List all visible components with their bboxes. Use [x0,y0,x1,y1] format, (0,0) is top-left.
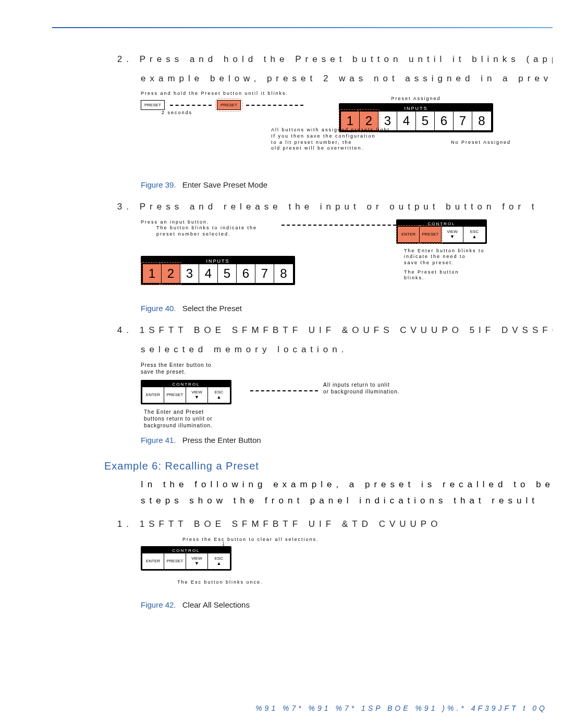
dashline-fig41 [250,390,318,391]
figure-39-diagram: Press and hold the Preset button until i… [141,91,553,174]
step-3-line1: Press and release the input or output bu… [140,202,538,212]
fig39-u3: to a lit preset number, the [271,140,352,146]
recall-intro-1: In the following example, a preset is re… [141,477,553,491]
input-4[interactable]: 4 [199,264,218,283]
esc-button[interactable]: ESC▲ [208,387,230,403]
recall-s1-num: 1. [52,517,133,531]
fig39-hold-text: Press and hold the Preset button until i… [141,91,303,97]
fig40-r3: save the preset. [404,260,524,266]
step-2-num: 2. [52,52,133,66]
input-7[interactable]: 7 [255,264,274,283]
figure-41-label: Figure 41. Press the Enter Button [141,436,553,445]
fig40-num: Figure 40. [141,304,176,313]
fig40-r1: The Enter button blinks to [404,248,524,254]
ctrl-label: CONTROL [142,381,230,387]
page-content: 2. Press and hold the Preset button unti… [52,52,553,620]
strip-label: INPUTS [341,105,491,112]
figure-41-diagram: Press the Enter button to save the prese… [141,362,553,429]
dashline-fig40 [282,225,396,226]
fig42-num: Figure 42. [141,600,176,609]
control-panel-fig41: CONTROL ENTER PRESET VIEW▼ ESC▲ [141,380,231,404]
input-2[interactable]: 2 [162,264,180,283]
fig41-t2: save the preset. [141,368,212,375]
step-2-line2: example below, preset 2 was not assigned… [141,71,553,85]
input-1[interactable]: 1 [143,264,162,283]
view-button[interactable]: VIEW▼ [186,387,208,403]
fig41-b3: background illumination. [144,422,264,429]
fig40-l2: The button blinks to indicate the [156,225,271,231]
fig39-u1: All buttons with assigned presets light. [271,127,511,133]
figure-40-diagram: Press an input button. The button blinks… [141,219,553,298]
figure-39-label: Figure 39. Enter Save Preset Mode [141,180,553,189]
strip-label-fig40: INPUTS [143,258,293,264]
ctrl-label: CONTROL [142,548,230,553]
control-panel-fig42: CONTROL ENTER PRESET VIEW▼ ESC▲ [141,546,231,571]
control-panel-fig40: CONTROL ENTER PRESET VIEW▼ ESC▲ [396,219,487,244]
fig41-bottom: The Enter and Preset buttons return to u… [144,409,264,429]
fig39-under-text: All buttons with assigned presets light.… [271,127,511,152]
recall-heading: Example 6: Recalling a Preset [104,460,553,472]
recall-s1-line1: 1SFTT BOE SFMFBTF UIF &TD CVUUPO [140,519,442,529]
fig40-l1: Press an input button. [141,219,271,226]
preset-button-initial[interactable]: PRESET [141,100,165,110]
fig39-u4: old preset will be overwritten. [271,145,511,152]
enter-button[interactable]: ENTER [142,387,164,403]
fig40-right: The Enter button blinks to indicate the … [404,248,524,281]
fig39-u2: If you then save the configuration [271,133,511,140]
input-6[interactable]: 6 [237,264,255,283]
preset-button[interactable]: PRESET [420,227,442,242]
recall-step-1: 1. 1SFTT BOE SFMFBTF UIF &TD CVUUPO [52,517,553,531]
fig39-cap: Enter Save Preset Mode [182,180,267,189]
input-8[interactable]: 8 [274,264,293,283]
fig40-cap: Select the Preset [182,304,242,313]
step-3: 3. Press and release the input or output… [52,200,553,214]
esc-button[interactable]: ESC▲ [208,553,230,569]
fig39-pa-label: Preset Assigned [339,96,493,102]
fig41-cap: Press the Enter Button [182,436,261,445]
fig40-r2: indicate the need to [404,254,524,260]
step-3-num: 3. [52,200,133,214]
input-3[interactable]: 3 [180,264,199,283]
ctrl-label: CONTROL [398,221,485,227]
dashline [170,105,212,106]
fig41-r2: or background illumination. [323,388,459,395]
fig39-nopa: No Preset Assigned [451,140,511,146]
view-button[interactable]: VIEW▼ [186,553,208,569]
esc-button[interactable]: ESC▲ [463,227,485,242]
step-2-line1: Press and hold the Preset button until i… [140,54,553,64]
header-rule [52,27,553,28]
dashline [246,105,303,106]
input-5[interactable]: 5 [218,264,237,283]
fig41-num: Figure 41. [141,436,176,445]
step-2: 2. Press and hold the Preset button unti… [52,52,553,66]
step-4-line1: 1SFTT BOE SFMFBTF UIF &OUFS CVUUPO 5IF D… [140,325,553,335]
fig41-b1: The Enter and Preset [144,409,264,415]
fig39-num: Figure 39. [141,180,176,189]
fig40-r4: The Preset button [404,269,524,276]
page-footer: %91 %7* %91 %7* 1SP BOE %91 )%.* 4F39JFT… [255,704,547,712]
fig40-left: Press an input button. The button blinks… [141,219,271,238]
fig42-cap: Clear All Selections [182,600,250,609]
preset-button-blink[interactable]: PRESET [217,100,241,110]
enter-button[interactable]: ENTER [142,553,164,569]
fig42-top: Press the Esc button to clear all select… [182,537,319,543]
fig41-t1: Press the Enter button to [141,362,212,368]
recall-intro-2: steps show the front panel indications t… [141,493,553,508]
fig41-right: All inputs return to unlit or background… [323,381,459,395]
step-4-line2: selected memory location. [141,342,553,356]
figure-40-label: Figure 40. Select the Preset [141,304,553,313]
preset-button[interactable]: PRESET [164,553,186,569]
fig42-bottom: The Esc button blinks once. [177,579,263,586]
step-4: 4. 1SFTT BOE SFMFBTF UIF &OUFS CVUUPO 5I… [52,323,553,337]
step-4-num: 4. [52,323,133,337]
figure-42-label: Figure 42. Clear All Selections [141,600,553,609]
fig40-r5: blinks. [404,275,524,281]
figure-42-diagram: Press the Esc button to clear all select… [141,537,553,594]
preset-button[interactable]: PRESET [164,387,186,403]
fig40-l3: preset number selected. [156,231,271,238]
fig41-top: Press the Enter button to save the prese… [141,362,212,375]
view-button[interactable]: VIEW▼ [442,227,463,242]
input-strip-fig40: INPUTS 1 2 3 4 5 6 7 8 [141,256,295,285]
fig41-r1: All inputs return to unlit [323,381,459,388]
enter-button[interactable]: ENTER [398,227,420,242]
